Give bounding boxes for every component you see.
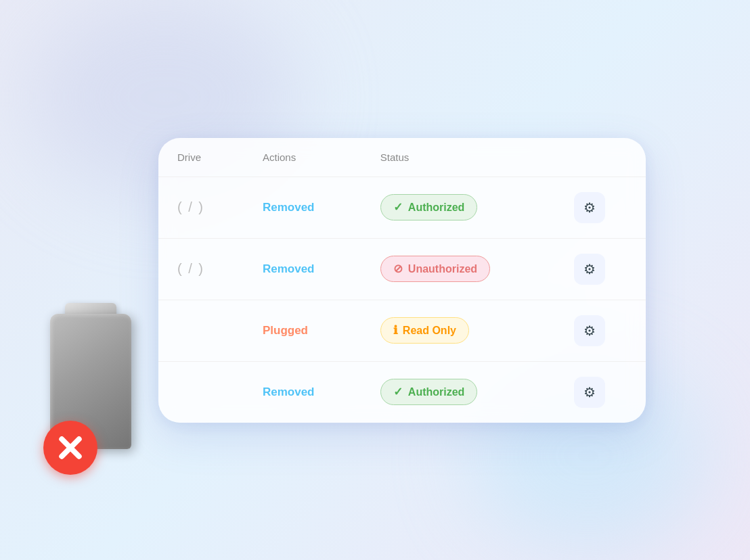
drive-table: Drive Actions Status ( / )Removed✓Author… — [158, 138, 646, 423]
table-header-row: Drive Actions Status — [158, 138, 646, 177]
action-cell: Removed — [244, 238, 361, 300]
status-cell-inner: ⊘Unauthorized — [380, 256, 536, 282]
table-card: Drive Actions Status ( / )Removed✓Author… — [158, 138, 646, 423]
col-header-actions: Actions — [244, 138, 361, 177]
settings-cell: ⚙ — [555, 177, 646, 238]
col-header-drive: Drive — [158, 138, 244, 177]
settings-cell: ⚙ — [555, 238, 646, 300]
table-row: ( / )Removed⊘Unauthorized⚙ — [158, 238, 646, 300]
usb-illustration — [16, 287, 192, 503]
action-label: Plugged — [263, 324, 308, 337]
table-row: Removed✓Authorized⚙ — [158, 361, 646, 423]
status-text: Unauthorized — [408, 263, 477, 275]
col-header-status: Status — [361, 138, 555, 177]
settings-cell: ⚙ — [555, 361, 646, 423]
drive-label: ( / ) — [177, 200, 204, 214]
settings-button[interactable]: ⚙ — [574, 377, 605, 408]
status-cell: ℹRead Only — [361, 300, 555, 361]
status-text: Authorized — [408, 202, 465, 214]
status-badge: ℹRead Only — [380, 317, 469, 344]
status-cell-inner: ℹRead Only — [380, 317, 536, 344]
status-badge: ✓Authorized — [380, 194, 478, 220]
status-cell: ✓Authorized — [361, 177, 555, 238]
status-badge: ✓Authorized — [380, 379, 478, 405]
action-cell: Removed — [244, 361, 361, 423]
settings-cell: ⚙ — [555, 300, 646, 361]
status-text: Read Only — [403, 325, 456, 337]
status-badge: ⊘Unauthorized — [380, 256, 490, 282]
status-icon: ✓ — [393, 385, 403, 399]
settings-button[interactable]: ⚙ — [574, 192, 605, 223]
drive-cell: ( / ) — [158, 177, 244, 238]
scene-wrapper: Drive Actions Status ( / )Removed✓Author… — [84, 37, 666, 523]
status-text: Authorized — [408, 386, 465, 398]
settings-button[interactable]: ⚙ — [574, 254, 605, 285]
table-row: PluggedℹRead Only⚙ — [158, 300, 646, 361]
action-label: Removed — [263, 386, 315, 398]
error-badge — [43, 421, 97, 475]
settings-button[interactable]: ⚙ — [574, 315, 605, 346]
status-icon: ℹ — [393, 323, 397, 337]
status-cell: ⊘Unauthorized — [361, 238, 555, 300]
table-row: ( / )Removed✓Authorized⚙ — [158, 177, 646, 238]
status-cell: ✓Authorized — [361, 361, 555, 423]
action-label: Removed — [263, 262, 315, 275]
status-icon: ⊘ — [393, 262, 403, 276]
status-cell-inner: ✓Authorized — [380, 194, 536, 220]
col-header-settings — [555, 138, 646, 177]
drive-label: ( / ) — [177, 261, 204, 276]
status-icon: ✓ — [393, 200, 403, 214]
action-cell: Plugged — [244, 300, 361, 361]
action-label: Removed — [263, 201, 315, 214]
action-cell: Removed — [244, 177, 361, 238]
status-cell-inner: ✓Authorized — [380, 379, 536, 405]
